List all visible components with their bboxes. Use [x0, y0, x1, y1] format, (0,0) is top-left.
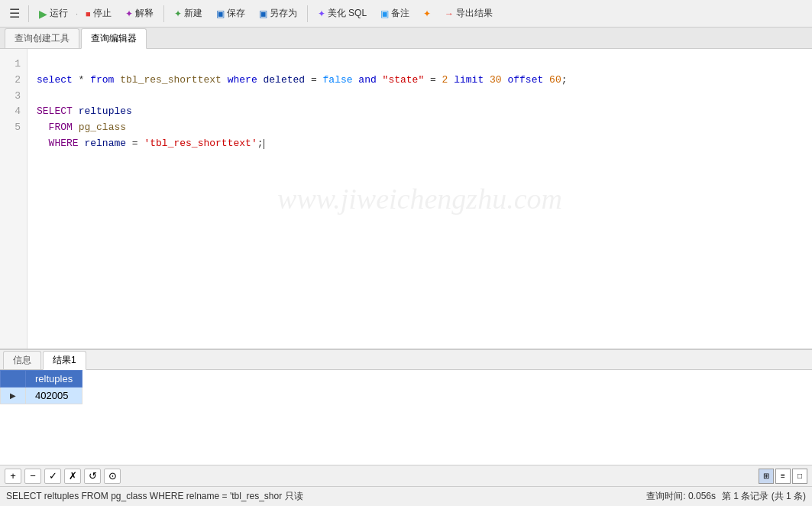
export-button[interactable]: → 导出结果	[438, 4, 499, 23]
bottom-panel: 信息 结果1 reltuples ▶ 402005	[0, 349, 812, 486]
tab-result1-label: 结果1	[53, 355, 76, 365]
line-num-3: 3	[6, 89, 21, 105]
record-info: 第 1 条记录 (共 1 条)	[722, 490, 806, 503]
tab-info[interactable]: 信息	[3, 351, 41, 369]
saveas-icon: ▣	[259, 8, 267, 19]
beautify-label: 美化 SQL	[328, 7, 367, 20]
explain-button[interactable]: ✦ 解释	[119, 4, 160, 23]
saveas-button[interactable]: ▣ 另存为	[253, 4, 303, 23]
tab-query-builder-label: 查询创建工具	[15, 33, 70, 44]
sep3	[307, 5, 308, 22]
remove-row-button[interactable]: −	[24, 469, 41, 484]
comment-icon: ✦	[423, 8, 431, 19]
save-button[interactable]: ▣ 保存	[210, 4, 251, 23]
single-view-icon[interactable]: □	[792, 469, 807, 484]
explain-icon: ✦	[125, 8, 133, 19]
sep-dot1: ·	[76, 9, 78, 18]
code-editor[interactable]: select * from tbl_res_shorttext where de…	[27, 49, 812, 349]
new-icon: ✦	[174, 8, 182, 19]
status-sql-text: SELECT reltuples FROM pg_class WHERE rel…	[6, 490, 646, 503]
backup-label: 备注	[391, 7, 409, 20]
line-num-4: 4	[6, 104, 21, 120]
col-arrow-header	[1, 371, 26, 388]
watermark: www.jiweichengzhu.com	[277, 176, 562, 222]
editor-area: 1 2 3 4 5 select * from tbl_res_shorttex…	[0, 49, 812, 349]
result-table: reltuples ▶ 402005	[0, 370, 82, 404]
bottom-toolbar: + − ✓ ✗ ↺ ⊙ ⊞ ≡ □	[0, 465, 812, 486]
grid-view-icon[interactable]: ⊞	[759, 469, 774, 484]
tab-result1[interactable]: 结果1	[43, 351, 86, 370]
status-bar: SELECT reltuples FROM pg_class WHERE rel…	[0, 486, 812, 506]
run-button[interactable]: ▶ 运行	[33, 4, 74, 23]
line-numbers: 1 2 3 4 5	[0, 49, 27, 349]
new-button[interactable]: ✦ 新建	[168, 4, 209, 23]
editor-tabs: 查询创建工具 查询编辑器	[0, 28, 812, 49]
bottom-tabs: 信息 结果1	[0, 350, 812, 370]
beautify-button[interactable]: ✦ 美化 SQL	[312, 4, 373, 23]
row-arrow: ▶	[1, 388, 26, 404]
save-label: 保存	[227, 7, 245, 20]
export-icon: →	[445, 8, 454, 19]
refresh-button[interactable]: ↺	[84, 469, 101, 484]
run-icon: ▶	[39, 8, 47, 20]
line-num-5: 5	[6, 120, 21, 136]
tab-query-builder[interactable]: 查询创建工具	[5, 28, 79, 48]
main-toolbar: ☰ ▶ 运行 · ■ 停止 ✦ 解释 ✦ 新建 ▣ 保存 ▣ 另存为 ✦ 美化 …	[0, 0, 812, 28]
tab-query-editor-label: 查询编辑器	[91, 33, 137, 44]
confirm-button[interactable]: ✓	[44, 469, 61, 484]
saveas-label: 另存为	[270, 7, 297, 20]
beautify-icon: ✦	[318, 8, 325, 19]
view-icons: ⊞ ≡ □	[759, 469, 807, 484]
line-num-2: 2	[6, 73, 21, 89]
run-label: 运行	[50, 7, 68, 20]
stop-button[interactable]: ■ 停止	[79, 4, 118, 23]
list-view-icon[interactable]: ≡	[775, 469, 791, 484]
status-right: 查询时间: 0.056s 第 1 条记录 (共 1 条)	[646, 490, 806, 503]
sep1	[28, 5, 29, 22]
stop-label: 停止	[93, 7, 112, 20]
table-row[interactable]: ▶ 402005	[1, 388, 82, 404]
result-table-area: reltuples ▶ 402005	[0, 370, 812, 465]
tab-info-label: 信息	[13, 355, 31, 365]
add-row-button[interactable]: +	[5, 469, 21, 484]
backup-button[interactable]: ▣ 备注	[374, 4, 416, 23]
cancel-edit-button[interactable]: ✗	[64, 469, 81, 484]
comment-button[interactable]: ✦	[417, 5, 437, 22]
col-reltuples-header[interactable]: reltuples	[26, 371, 82, 388]
stop-icon: ■	[86, 9, 91, 18]
query-time: 查询时间: 0.056s	[646, 490, 716, 503]
sep2	[163, 5, 164, 22]
col-reltuples-label: reltuples	[35, 373, 73, 384]
save-icon: ▣	[216, 8, 225, 19]
tab-query-editor[interactable]: 查询编辑器	[81, 28, 147, 49]
export-label: 导出结果	[456, 7, 493, 20]
menu-icon[interactable]: ☰	[5, 4, 24, 23]
explain-label: 解释	[135, 7, 154, 20]
backup-icon: ▣	[380, 8, 389, 19]
line-num-1: 1	[6, 57, 21, 73]
new-label: 新建	[184, 7, 202, 20]
extra-button[interactable]: ⊙	[104, 469, 121, 484]
cell-reltuples-value: 402005	[26, 388, 82, 404]
